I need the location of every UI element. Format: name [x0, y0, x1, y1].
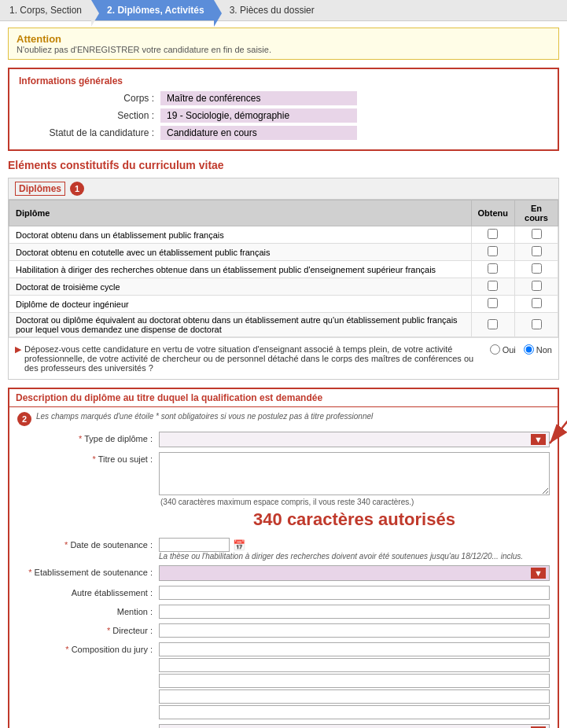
corps-value: Maître de conférences: [160, 91, 357, 105]
desc-note: Les champs marqués d'une étoile * sont o…: [36, 412, 373, 421]
diplome-label: Habilitation à diriger des recherches ob…: [9, 261, 472, 278]
diplome-label: Doctorat de troisième cycle: [9, 278, 472, 296]
titre-char-note: (340 caractères maximum espace compris, …: [160, 498, 550, 506]
obtenu-checkbox-2[interactable]: [471, 244, 515, 261]
attention-text: N'oubliez pas d'ENREGISTRER votre candid…: [17, 45, 550, 54]
titre-textarea[interactable]: [159, 452, 550, 495]
type-diplome-row: * Type de diplôme : ▼: [17, 432, 550, 447]
calendar-icon[interactable]: 📅: [233, 539, 245, 551]
section-value: 19 - Sociologie, démographie: [160, 108, 357, 123]
non-radio[interactable]: [524, 344, 534, 355]
breadcrumb-step-2[interactable]: 2. Diplômes, Activités: [91, 0, 214, 20]
oui-non-group: Oui Non: [490, 344, 552, 355]
desc-badge: 2: [17, 412, 31, 426]
question-row: ▶ Déposez-vous cette candidature en vert…: [9, 337, 558, 379]
obtenu-checkbox-4[interactable]: [471, 278, 515, 296]
jury-input-2[interactable]: [159, 658, 550, 672]
mention-input[interactable]: [159, 605, 550, 619]
jury-input-4[interactable]: [159, 689, 550, 704]
corps-row: Corps : Maître de conférences: [19, 91, 548, 105]
section-label: Section :: [19, 110, 160, 121]
non-option[interactable]: Non: [524, 344, 552, 355]
jury-input-5[interactable]: [159, 705, 550, 719]
diplome-label: Doctorat obtenu en cotutelle avec un éta…: [9, 244, 472, 261]
breadcrumb-step-3[interactable]: 3. Pièces du dossier: [214, 0, 324, 20]
attention-box: Attention N'oubliez pas d'ENREGISTRER vo…: [8, 28, 559, 60]
desc-diplome-panel: Description du diplôme au titre duquel l…: [8, 388, 559, 728]
titre-row: * Titre ou sujet : (340 caractères maxim…: [17, 452, 550, 533]
table-row: Diplôme de docteur ingénieur: [9, 296, 558, 313]
desc-panel-body: 2 Les champs marqués d'une étoile * sont…: [9, 407, 558, 728]
date-soutenance-input[interactable]: [159, 538, 230, 552]
statut-value: Candidature en cours: [160, 126, 357, 140]
jury-row: * Composition du jury :: [17, 642, 550, 719]
mention-label: Mention :: [17, 605, 159, 616]
mention-row: Mention :: [17, 605, 550, 619]
question-arrow-icon: ▶: [15, 344, 21, 355]
desc-panel-header: Description du diplôme au titre duquel l…: [9, 389, 558, 407]
date-soutenance-row: * Date de soutenance : 📅 La thèse ou l'h…: [17, 538, 550, 561]
table-row: Doctorat obtenu en cotutelle avec un éta…: [9, 244, 558, 261]
en-cours-checkbox-4[interactable]: [515, 278, 558, 296]
oui-option[interactable]: Oui: [490, 344, 516, 355]
directeur-label: * Directeur :: [17, 623, 159, 635]
oui-radio[interactable]: [490, 344, 500, 355]
obtenu-checkbox-3[interactable]: [471, 261, 515, 278]
diplomes-table: Diplôme Obtenu En cours Doctorat obtenu …: [9, 200, 558, 337]
en-cours-checkbox-6[interactable]: [515, 313, 558, 337]
section-row: Section : 19 - Sociologie, démographie: [19, 108, 548, 123]
diplome-label: Doctorat obtenu dans un établissement pu…: [9, 226, 472, 244]
info-generales-box: Informations générales Corps : Maître de…: [8, 68, 559, 151]
jury-inputs: [159, 642, 550, 719]
table-row: Doctorat de troisième cycle: [9, 278, 558, 296]
col-diplome: Diplôme: [9, 200, 472, 226]
main-content: Attention N'oubliez pas d'ENREGISTRER vo…: [0, 21, 567, 728]
question-text: Déposez-vous cette candidature en vertu …: [24, 344, 484, 373]
obtenu-checkbox-1[interactable]: [471, 226, 515, 244]
col-obtenu: Obtenu: [471, 200, 515, 226]
obtenu-checkbox-6[interactable]: [471, 313, 515, 337]
table-row: Habilitation à diriger des recherches ob…: [9, 261, 558, 278]
autre-etablissement-label: Autre établissement :: [17, 586, 159, 597]
type-diplome-dropdown-arrow[interactable]: ▼: [531, 434, 546, 445]
breadcrumb-step-1[interactable]: 1. Corps, Section: [0, 0, 91, 20]
corps-label: Corps :: [19, 93, 160, 104]
date-note: La thèse ou l'habilitation à diriger des…: [159, 552, 550, 561]
jury-input-1[interactable]: [159, 642, 550, 656]
situation-select[interactable]: ▼: [159, 724, 550, 728]
attention-title: Attention: [17, 33, 550, 45]
diplomes-panel-title: Diplômes: [15, 182, 65, 196]
en-cours-checkbox-3[interactable]: [515, 261, 558, 278]
titre-label: * Titre ou sujet :: [17, 452, 159, 464]
diplomes-panel: Diplômes 1 Diplôme Obtenu En cours Docto…: [8, 178, 559, 380]
statut-label: Statut de la candidature :: [19, 127, 160, 138]
breadcrumb: 1. Corps, Section 2. Diplômes, Activités…: [0, 0, 567, 21]
jury-input-3[interactable]: [159, 674, 550, 688]
etablissement-label: * Etablissement de soutenance :: [17, 565, 159, 577]
obtenu-checkbox-5[interactable]: [471, 296, 515, 313]
table-row: Doctorat ou diplôme équivalent au doctor…: [9, 313, 558, 337]
situation-row: * Situation actuelle : ▼: [17, 724, 550, 728]
date-soutenance-label: * Date de soutenance :: [17, 538, 159, 550]
autre-etablissement-input[interactable]: [159, 586, 550, 600]
info-generales-title: Informations générales: [19, 75, 548, 86]
directeur-row: * Directeur :: [17, 623, 550, 638]
desc-panel-title: Description du diplôme au titre duquel l…: [16, 392, 322, 403]
jury-label: * Composition du jury :: [17, 642, 159, 654]
statut-row: Statut de la candidature : Candidature e…: [19, 126, 548, 140]
situation-label: * Situation actuelle :: [17, 724, 159, 728]
etablissement-select[interactable]: ▼: [159, 565, 550, 581]
char-limit-display: 340 caractères autorisés: [159, 506, 550, 533]
etablissement-dropdown-arrow[interactable]: ▼: [531, 568, 546, 579]
type-diplome-label: * Type de diplôme :: [17, 432, 159, 443]
en-cours-checkbox-1[interactable]: [515, 226, 558, 244]
diplome-label: Diplôme de docteur ingénieur: [9, 296, 472, 313]
col-en-cours: En cours: [515, 200, 558, 226]
en-cours-checkbox-2[interactable]: [515, 244, 558, 261]
directeur-input[interactable]: [159, 623, 550, 638]
en-cours-checkbox-5[interactable]: [515, 296, 558, 313]
svg-line-1: [550, 404, 567, 443]
type-diplome-select[interactable]: ▼: [159, 432, 550, 447]
autre-etablissement-row: Autre établissement :: [17, 586, 550, 600]
etablissement-row: * Etablissement de soutenance : ▼: [17, 565, 550, 581]
